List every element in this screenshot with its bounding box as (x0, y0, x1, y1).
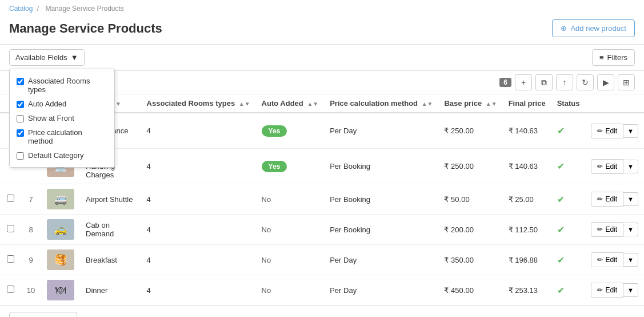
row-auto-added: No (256, 275, 325, 306)
row-auto-added: No (256, 184, 325, 215)
row-assoc-rooms: 4 (141, 245, 256, 275)
dropdown-item-label: Show at Front (28, 114, 74, 122)
sort-arrows-assoc: ▲▼ (239, 101, 250, 107)
plus-circle-icon: ⊕ (561, 24, 567, 33)
dropdown-item-label: Price calculation method (28, 128, 107, 145)
row-actions: ✏ Edit ▼ (585, 245, 644, 275)
filter-icon: ≡ (599, 53, 604, 62)
col-base-price[interactable]: Base price ▲▼ (438, 94, 502, 113)
row-price-calc: Per Day (324, 245, 438, 275)
terminal-icon-button[interactable]: ▶ (597, 74, 614, 90)
status-checkmark: ✔ (557, 126, 565, 136)
database-icon-button[interactable]: ⊞ (618, 74, 635, 90)
page-number-badge: 6 (499, 78, 511, 87)
row-status: ✔ (551, 245, 586, 275)
breadcrumb-catalog[interactable]: Catalog (9, 5, 33, 13)
filters-button[interactable]: ≡ Filters (592, 49, 635, 66)
row-actions: ✏ Edit ▼ (585, 149, 644, 184)
col-assoc-rooms[interactable]: Associated Rooms types ▲▼ (141, 94, 256, 113)
row-name: Breakfast (80, 245, 141, 275)
edit-label: Edit (605, 127, 617, 135)
breadcrumb-current: Manage Service Products (45, 5, 123, 13)
row-base-price: ₹ 50.00 (438, 184, 502, 215)
edit-button[interactable]: ✏ Edit (591, 222, 623, 237)
caret-icon: ▼ (627, 163, 634, 170)
col-auto-added[interactable]: Auto Added ▲▼ (256, 94, 325, 113)
checkbox-auto-added[interactable] (17, 101, 24, 108)
refresh-icon-button[interactable]: ↻ (577, 74, 594, 90)
sort-arrows-auto: ▲▼ (307, 101, 318, 107)
toolbar: Available Fields ▼ Associated Rooms type… (0, 45, 644, 71)
row-auto-added: Yes (256, 113, 325, 149)
row-assoc-rooms: 4 (141, 275, 256, 306)
row-checkbox[interactable] (7, 195, 14, 202)
col-status: Status (551, 94, 586, 113)
checkbox-price-calc[interactable] (17, 129, 24, 137)
row-base-price: ₹ 250.00 (438, 149, 502, 184)
chevron-down-icon: ▼ (71, 53, 78, 62)
row-checkbox[interactable] (7, 286, 14, 293)
row-checkbox[interactable] (7, 255, 14, 263)
row-status: ✔ (551, 113, 586, 149)
edit-dropdown-button[interactable]: ▼ (623, 192, 638, 206)
row-img: 🍽 (41, 275, 80, 306)
edit-dropdown-button[interactable]: ▼ (623, 160, 638, 173)
edit-label: Edit (605, 286, 617, 294)
row-checkbox[interactable] (7, 225, 14, 232)
caret-icon: ▼ (627, 128, 634, 134)
edit-dropdown-button[interactable]: ▼ (623, 283, 638, 297)
add-icon-button[interactable]: + (515, 74, 532, 90)
edit-dropdown-button[interactable]: ▼ (623, 253, 638, 267)
row-price-calc: Per Booking (324, 215, 438, 245)
edit-button[interactable]: ✏ Edit (591, 124, 623, 138)
row-final-price: ₹ 140.63 (503, 113, 551, 149)
row-checkbox-cell[interactable] (0, 184, 21, 215)
edit-label: Edit (605, 225, 617, 233)
edit-dropdown-button[interactable]: ▼ (623, 223, 638, 236)
row-checkbox-cell[interactable] (0, 215, 21, 245)
dropdown-item-show-front[interactable]: Show at Front (10, 111, 114, 125)
breadcrumb: Catalog / Manage Service Products (9, 5, 635, 13)
pencil-icon: ✏ (597, 163, 603, 171)
dropdown-item-assoc-rooms[interactable]: Associated Rooms types (10, 74, 114, 97)
edit-button[interactable]: ✏ Edit (591, 192, 623, 207)
page-title: Manage Service Products (9, 21, 162, 36)
checkbox-assoc-rooms[interactable] (17, 78, 24, 85)
edit-dropdown-button[interactable]: ▼ (623, 124, 638, 138)
status-checkmark: ✔ (557, 195, 565, 204)
dropdown-item-label: Default Category (28, 151, 84, 160)
add-new-product-button[interactable]: ⊕ Add new product (552, 19, 635, 37)
edit-button[interactable]: ✏ Edit (591, 159, 623, 174)
bulk-actions-button[interactable]: Bulk actions ▲ (9, 312, 77, 317)
breadcrumb-separator: / (37, 5, 39, 13)
table-row: 9 🥞 Breakfast 4 No Per Day ₹ 350.00 ₹ 19… (0, 245, 644, 275)
row-status: ✔ (551, 275, 586, 306)
dropdown-item-default-cat[interactable]: Default Category (10, 148, 114, 163)
col-price-calc[interactable]: Price calculation method ▲▼ (324, 94, 438, 113)
row-price-calc: Per Booking (324, 149, 438, 184)
edit-button[interactable]: ✏ Edit (591, 252, 623, 267)
add-new-label: Add new product (570, 24, 626, 33)
row-auto-added: Yes (256, 149, 325, 184)
row-num: 10 (21, 275, 41, 306)
edit-label: Edit (605, 163, 617, 171)
copy-icon-button[interactable]: ⧉ (535, 74, 553, 90)
row-img: 🚐 (41, 184, 80, 215)
checkbox-default-cat[interactable] (17, 152, 24, 160)
row-checkbox-cell[interactable] (0, 245, 21, 275)
row-checkbox-cell[interactable] (0, 275, 21, 306)
available-fields-dropdown[interactable]: Available Fields ▼ (9, 49, 85, 66)
edit-button[interactable]: ✏ Edit (591, 283, 623, 298)
dropdown-item-auto-added[interactable]: Auto Added (10, 97, 114, 111)
row-final-price: ₹ 112.50 (503, 215, 551, 245)
pencil-icon: ✏ (597, 127, 603, 135)
table-row: 8 🚕 Cab on Demand 4 No Per Booking ₹ 200… (0, 215, 644, 245)
upload-icon-button[interactable]: ↑ (556, 74, 573, 90)
row-img: 🥞 (41, 245, 80, 275)
pencil-icon: ✏ (597, 256, 603, 264)
row-assoc-rooms: 4 (141, 113, 256, 149)
checkbox-show-front[interactable] (17, 115, 24, 122)
row-auto-added: No (256, 245, 325, 275)
dropdown-item-price-calc[interactable]: Price calculation method (10, 125, 114, 148)
edit-label: Edit (605, 256, 617, 264)
